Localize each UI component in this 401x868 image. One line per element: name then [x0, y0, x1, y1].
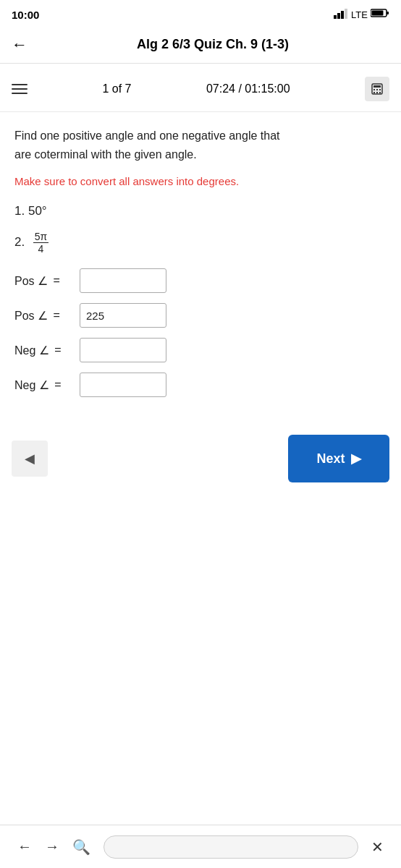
svg-rect-14 — [379, 92, 381, 93]
browser-forward-icon: → — [45, 838, 59, 855]
pos-angle-label-2: Pos ∠ = — [14, 309, 80, 323]
svg-rect-12 — [373, 92, 375, 93]
question-2-label: 2. 5π 4 — [14, 235, 48, 249]
fraction-display: 5π 4 — [33, 231, 48, 256]
lte-label: LTE — [351, 9, 368, 20]
svg-rect-8 — [373, 85, 381, 88]
neg-angle-label-1: Neg ∠ = — [14, 344, 80, 357]
nav-bar: ← Alg 2 6/3 Quiz Ch. 9 (1-3) — [0, 26, 401, 64]
input-section: Pos ∠ = Pos ∠ = Neg ∠ = Neg ∠ = — [14, 268, 387, 397]
signal-icon — [334, 9, 348, 21]
prev-button[interactable]: ◀ — [12, 441, 48, 477]
svg-rect-1 — [337, 13, 340, 19]
instructions-line2: are coterminal with the given angle. — [14, 148, 197, 161]
bottom-bar: ← → 🔍 ✕ — [0, 825, 401, 868]
next-label: Next — [316, 451, 345, 467]
svg-rect-9 — [373, 89, 375, 90]
svg-rect-3 — [345, 9, 347, 19]
pos-angle-input-2[interactable] — [80, 303, 166, 328]
svg-rect-6 — [372, 11, 384, 16]
pos-angle-row-1: Pos ∠ = — [14, 268, 387, 293]
question-2-number: 2. — [14, 235, 25, 249]
question-1-angle: 50° — [28, 204, 47, 218]
fraction-denominator: 4 — [36, 243, 45, 255]
next-arrow-icon: ▶ — [351, 451, 361, 467]
browser-forward-button[interactable]: → — [45, 838, 59, 855]
svg-rect-2 — [341, 11, 344, 19]
next-button[interactable]: Next ▶ — [288, 435, 389, 482]
status-bar: 10:00 LTE — [0, 0, 401, 26]
neg-angle-row-1: Neg ∠ = — [14, 338, 387, 362]
nav-buttons: ◀ Next ▶ — [0, 425, 401, 493]
battery-icon — [371, 8, 389, 21]
question-1: 1. 50° — [14, 202, 387, 221]
browser-back-button[interactable]: ← — [17, 838, 32, 855]
quiz-meta-bar: 1 of 7 07:24 / 01:15:00 — [0, 64, 401, 112]
neg-angle-row-2: Neg ∠ = — [14, 373, 387, 397]
browser-close-icon[interactable]: ✕ — [371, 838, 384, 856]
svg-rect-11 — [379, 89, 381, 90]
pos-angle-input-1[interactable] — [80, 268, 166, 293]
calculator-button[interactable] — [365, 77, 389, 101]
status-icons: LTE — [334, 8, 389, 21]
browser-back-icon: ← — [17, 838, 32, 855]
content-area: Find one positive angle and one negative… — [0, 112, 401, 417]
svg-rect-10 — [376, 89, 378, 90]
svg-rect-13 — [376, 92, 378, 93]
warning-text: Make sure to convert all answers into de… — [14, 175, 387, 187]
question-1-label: 1. 50° — [14, 204, 47, 218]
back-button[interactable]: ← — [12, 37, 28, 53]
neg-angle-input-1[interactable] — [80, 338, 166, 362]
nav-title: Alg 2 6/3 Quiz Ch. 9 (1-3) — [36, 37, 389, 52]
prev-arrow-icon: ◀ — [25, 451, 35, 467]
pos-angle-label-1: Pos ∠ = — [14, 274, 80, 288]
neg-angle-input-2[interactable] — [80, 373, 166, 397]
address-bar[interactable] — [104, 835, 358, 859]
pos-angle-row-2: Pos ∠ = — [14, 303, 387, 328]
instructions: Find one positive angle and one negative… — [14, 127, 387, 163]
neg-angle-label-2: Neg ∠ = — [14, 378, 80, 392]
instructions-line1: Find one positive angle and one negative… — [14, 129, 280, 142]
fraction-numerator: 5π — [33, 231, 48, 244]
hamburger-menu[interactable] — [12, 84, 28, 94]
question-2: 2. 5π 4 — [14, 231, 387, 256]
status-time: 10:00 — [12, 9, 39, 21]
question-1-number: 1. — [14, 204, 25, 218]
quiz-timer: 07:24 / 01:15:00 — [206, 82, 290, 95]
browser-search-icon[interactable]: 🔍 — [72, 838, 90, 856]
svg-rect-5 — [387, 12, 389, 14]
quiz-progress: 1 of 7 — [102, 82, 131, 95]
svg-rect-0 — [334, 15, 337, 19]
